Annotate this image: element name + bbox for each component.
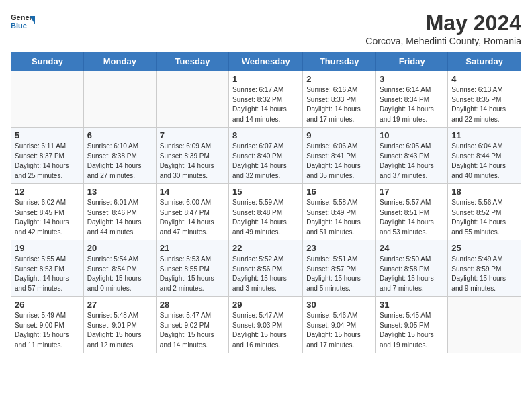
day-info: Sunrise: 5:49 AMSunset: 9:00 PMDaylight:…: [15, 311, 80, 350]
day-info: Sunrise: 5:52 AMSunset: 8:56 PMDaylight:…: [232, 255, 299, 293]
day-number: 1: [232, 74, 299, 84]
day-info: Sunrise: 5:48 AMSunset: 9:01 PMDaylight:…: [87, 311, 152, 350]
calendar-table: SundayMondayTuesdayWednesdayThursdayFrid…: [11, 52, 521, 353]
day-info: Sunrise: 5:47 AMSunset: 9:02 PMDaylight:…: [160, 311, 225, 350]
day-number: 16: [306, 187, 372, 197]
calendar-cell: 27Sunrise: 5:48 AMSunset: 9:01 PMDayligh…: [83, 297, 156, 353]
calendar-cell: 15Sunrise: 5:59 AMSunset: 8:48 PMDayligh…: [229, 184, 303, 240]
day-info: Sunrise: 5:59 AMSunset: 8:48 PMDaylight:…: [232, 198, 299, 237]
calendar-cell: 28Sunrise: 5:47 AMSunset: 9:02 PMDayligh…: [156, 297, 228, 353]
day-number: 24: [380, 243, 444, 253]
day-number: 10: [380, 130, 444, 140]
calendar-cell: 5Sunrise: 6:11 AMSunset: 8:37 PMDaylight…: [11, 128, 84, 184]
day-number: 20: [87, 243, 152, 253]
weekday-header-wednesday: Wednesday: [229, 52, 303, 71]
calendar-cell: 22Sunrise: 5:52 AMSunset: 8:56 PMDayligh…: [229, 240, 303, 297]
calendar-cell: 16Sunrise: 5:58 AMSunset: 8:49 PMDayligh…: [303, 184, 376, 240]
weekday-header-friday: Friday: [376, 52, 448, 71]
day-info: Sunrise: 5:56 AMSunset: 8:52 PMDaylight:…: [451, 198, 517, 237]
weekday-header-saturday: Saturday: [448, 52, 521, 71]
day-number: 9: [306, 130, 372, 140]
day-info: Sunrise: 6:07 AMSunset: 8:40 PMDaylight:…: [232, 142, 299, 181]
calendar-cell: 10Sunrise: 6:05 AMSunset: 8:43 PMDayligh…: [376, 128, 448, 184]
calendar-cell: 3Sunrise: 6:14 AMSunset: 8:34 PMDaylight…: [376, 71, 448, 128]
day-number: 5: [15, 130, 80, 140]
calendar-cell: [448, 297, 521, 353]
title-location: Corcova, Mehedinti County, Romania: [365, 36, 521, 46]
day-number: 11: [451, 130, 517, 140]
day-number: 13: [87, 187, 152, 197]
calendar-cell: 1Sunrise: 6:17 AMSunset: 8:32 PMDaylight…: [229, 71, 303, 128]
day-info: Sunrise: 6:06 AMSunset: 8:41 PMDaylight:…: [306, 142, 372, 181]
calendar-cell: [83, 71, 156, 128]
calendar-cell: 12Sunrise: 6:02 AMSunset: 8:45 PMDayligh…: [11, 184, 84, 240]
day-info: Sunrise: 6:00 AMSunset: 8:47 PMDaylight:…: [160, 198, 225, 237]
title-month: May 2024: [365, 11, 521, 36]
day-info: Sunrise: 5:53 AMSunset: 8:55 PMDaylight:…: [160, 255, 225, 293]
day-info: Sunrise: 5:45 AMSunset: 9:05 PMDaylight:…: [380, 311, 444, 350]
day-number: 18: [451, 187, 517, 197]
day-number: 7: [160, 130, 225, 140]
calendar-cell: 13Sunrise: 6:01 AMSunset: 8:46 PMDayligh…: [83, 184, 156, 240]
day-info: Sunrise: 6:09 AMSunset: 8:39 PMDaylight:…: [160, 142, 225, 181]
weekday-header-row: SundayMondayTuesdayWednesdayThursdayFrid…: [11, 52, 521, 71]
day-number: 21: [160, 243, 225, 253]
day-number: 3: [380, 74, 444, 84]
day-number: 8: [232, 130, 299, 140]
weekday-header-tuesday: Tuesday: [156, 52, 228, 71]
calendar-cell: [156, 71, 228, 128]
calendar-cell: 19Sunrise: 5:55 AMSunset: 8:53 PMDayligh…: [11, 240, 84, 297]
calendar-week-row: 1Sunrise: 6:17 AMSunset: 8:32 PMDaylight…: [11, 71, 521, 128]
day-number: 19: [15, 243, 80, 253]
calendar-cell: 29Sunrise: 5:47 AMSunset: 9:03 PMDayligh…: [229, 297, 303, 353]
day-info: Sunrise: 5:57 AMSunset: 8:51 PMDaylight:…: [380, 198, 444, 237]
day-info: Sunrise: 5:46 AMSunset: 9:04 PMDaylight:…: [306, 311, 372, 350]
weekday-header-sunday: Sunday: [11, 52, 84, 71]
day-info: Sunrise: 6:05 AMSunset: 8:43 PMDaylight:…: [380, 142, 444, 181]
day-number: 6: [87, 130, 152, 140]
logo-icon: General Blue: [11, 11, 35, 35]
day-number: 26: [15, 300, 80, 310]
calendar-cell: 4Sunrise: 6:13 AMSunset: 8:35 PMDaylight…: [448, 71, 521, 128]
day-info: Sunrise: 5:50 AMSunset: 8:58 PMDaylight:…: [380, 255, 444, 293]
weekday-header-thursday: Thursday: [303, 52, 376, 71]
day-info: Sunrise: 6:16 AMSunset: 8:33 PMDaylight:…: [306, 85, 372, 124]
day-info: Sunrise: 5:47 AMSunset: 9:03 PMDaylight:…: [232, 311, 299, 350]
day-info: Sunrise: 6:02 AMSunset: 8:45 PMDaylight:…: [15, 198, 80, 237]
day-number: 23: [306, 243, 372, 253]
calendar-cell: 14Sunrise: 6:00 AMSunset: 8:47 PMDayligh…: [156, 184, 228, 240]
calendar-cell: 30Sunrise: 5:46 AMSunset: 9:04 PMDayligh…: [303, 297, 376, 353]
day-number: 15: [232, 187, 299, 197]
weekday-header-monday: Monday: [83, 52, 156, 71]
day-number: 30: [306, 300, 372, 310]
calendar-cell: 23Sunrise: 5:51 AMSunset: 8:57 PMDayligh…: [303, 240, 376, 297]
day-info: Sunrise: 6:17 AMSunset: 8:32 PMDaylight:…: [232, 85, 299, 124]
calendar-cell: 21Sunrise: 5:53 AMSunset: 8:55 PMDayligh…: [156, 240, 228, 297]
day-info: Sunrise: 5:58 AMSunset: 8:49 PMDaylight:…: [306, 198, 372, 237]
day-number: 27: [87, 300, 152, 310]
calendar-cell: 6Sunrise: 6:10 AMSunset: 8:38 PMDaylight…: [83, 128, 156, 184]
calendar-cell: 31Sunrise: 5:45 AMSunset: 9:05 PMDayligh…: [376, 297, 448, 353]
day-number: 31: [380, 300, 444, 310]
calendar-cell: 18Sunrise: 5:56 AMSunset: 8:52 PMDayligh…: [448, 184, 521, 240]
day-info: Sunrise: 5:51 AMSunset: 8:57 PMDaylight:…: [306, 255, 372, 293]
day-number: 29: [232, 300, 299, 310]
day-number: 28: [160, 300, 225, 310]
day-number: 14: [160, 187, 225, 197]
calendar-cell: [11, 71, 84, 128]
calendar-week-row: 19Sunrise: 5:55 AMSunset: 8:53 PMDayligh…: [11, 240, 521, 297]
day-info: Sunrise: 6:10 AMSunset: 8:38 PMDaylight:…: [87, 142, 152, 181]
day-number: 22: [232, 243, 299, 253]
calendar-cell: 9Sunrise: 6:06 AMSunset: 8:41 PMDaylight…: [303, 128, 376, 184]
calendar-week-row: 26Sunrise: 5:49 AMSunset: 9:00 PMDayligh…: [11, 297, 521, 353]
calendar-cell: 24Sunrise: 5:50 AMSunset: 8:58 PMDayligh…: [376, 240, 448, 297]
day-number: 2: [306, 74, 372, 84]
title-block: May 2024 Corcova, Mehedinti County, Roma…: [365, 11, 521, 46]
logo: General Blue General Blue: [11, 11, 35, 35]
day-info: Sunrise: 5:55 AMSunset: 8:53 PMDaylight:…: [15, 255, 80, 293]
day-number: 4: [451, 74, 517, 84]
svg-text:Blue: Blue: [11, 21, 27, 30]
calendar-cell: 8Sunrise: 6:07 AMSunset: 8:40 PMDaylight…: [229, 128, 303, 184]
calendar-cell: 7Sunrise: 6:09 AMSunset: 8:39 PMDaylight…: [156, 128, 228, 184]
day-info: Sunrise: 6:14 AMSunset: 8:34 PMDaylight:…: [380, 85, 444, 124]
